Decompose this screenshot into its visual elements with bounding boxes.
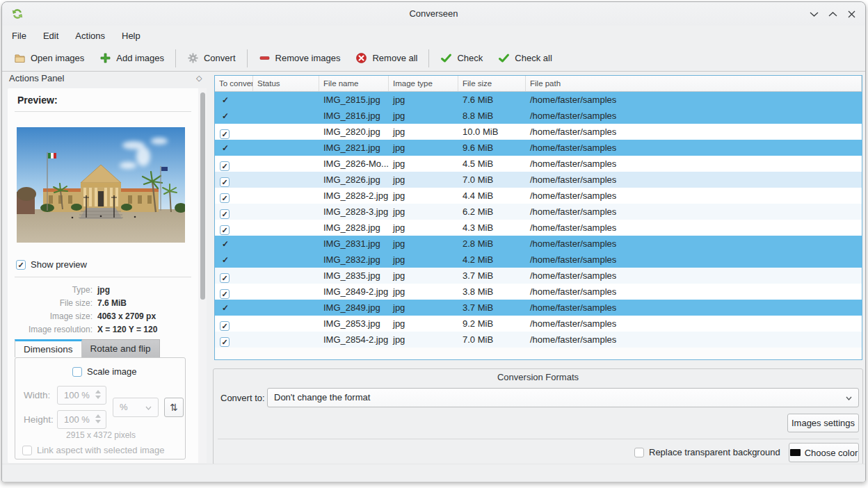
cell-file-path: /home/faster/samples <box>526 252 862 268</box>
height-label: Height: <box>24 414 54 425</box>
row-checkbox[interactable]: ✓ <box>220 321 230 331</box>
check-button[interactable]: Check <box>433 48 490 69</box>
cell-file-path: /home/faster/samples <box>526 188 862 204</box>
width-spinner: 100 % <box>57 386 106 405</box>
color-swatch-icon <box>790 449 801 456</box>
cell-file-path: /home/faster/samples <box>526 268 862 284</box>
table-row[interactable]: ✓IMG_2815.jpgjpg7.6 MiB/home/faster/samp… <box>215 92 862 108</box>
toolbar-separator <box>175 49 176 67</box>
table-row[interactable]: ✓IMG_2832.jpgjpg4.2 MiB/home/faster/samp… <box>215 252 862 268</box>
cell-file-size: 3.7 MiB <box>458 300 526 316</box>
check-all-button[interactable]: Check all <box>490 48 559 69</box>
info-image-size: Image size: 4063 x 2709 px <box>8 311 195 325</box>
column-header-file-path[interactable]: File path <box>526 76 862 91</box>
table-row[interactable]: ✓IMG_2849-2.jpgjpg3.8 MiB/home/faster/sa… <box>215 284 862 300</box>
checkmark-icon: ✓ <box>222 303 229 313</box>
images-settings-button[interactable]: Images settings <box>787 414 859 432</box>
preview-image <box>17 127 185 243</box>
cell-file-size: 7.0 MiB <box>458 332 526 348</box>
table-row[interactable]: ✓IMG_2853.jpgjpg9.2 MiB/home/faster/samp… <box>215 316 862 332</box>
cell-to-convert: ✓ <box>215 204 253 220</box>
row-checkbox[interactable]: ✓ <box>220 193 230 203</box>
remove-images-button[interactable]: Remove images <box>251 48 348 69</box>
scrollbar-handle[interactable] <box>200 92 205 300</box>
remove-all-button[interactable]: Remove all <box>348 48 425 69</box>
choose-color-button[interactable]: Choose color <box>789 443 859 462</box>
row-checkbox[interactable]: ✓ <box>220 177 230 187</box>
table-row[interactable]: ✓IMG_2820.jpgjpg10.0 MiB/home/faster/sam… <box>215 124 862 140</box>
add-images-label: Add images <box>116 53 164 63</box>
open-images-button[interactable]: Open images <box>6 48 92 69</box>
format-combobox[interactable]: Don't change the format <box>267 388 859 407</box>
column-header-file-size[interactable]: File size <box>458 76 526 91</box>
cell-file-name: IMG_2821.jpg <box>319 140 389 156</box>
maximize-button[interactable] <box>827 8 838 19</box>
divider <box>15 277 191 277</box>
column-header-status[interactable]: Status <box>253 76 319 91</box>
table-row[interactable]: ✓IMG_2826.jpgjpg7.0 MiB/home/faster/samp… <box>215 172 862 188</box>
table-row[interactable]: ✓IMG_2821.jpgjpg9.6 MiB/home/faster/samp… <box>215 140 862 156</box>
row-checkbox[interactable]: ✓ <box>220 225 230 235</box>
menu-file[interactable]: File <box>12 31 26 41</box>
show-preview-checkbox[interactable]: ✓ Show preview <box>16 259 87 270</box>
table-row[interactable]: ✓IMG_2835.jpgjpg3.7 MiB/home/faster/samp… <box>215 268 862 284</box>
unit-value: % <box>120 402 128 412</box>
reset-size-button[interactable]: ⇅ <box>164 398 184 417</box>
row-checkbox[interactable]: ✓ <box>220 273 230 283</box>
chevron-up-icon <box>95 414 101 418</box>
replace-background-checkbox[interactable]: ✓ Replace transparent background <box>634 447 780 457</box>
cell-to-convert: ✓ <box>215 140 253 156</box>
table-row[interactable]: ✓IMG_2816.jpgjpg8.8 MiB/home/faster/samp… <box>215 108 862 124</box>
table-row[interactable]: ✓IMG_2849.jpgjpg3.7 MiB/home/faster/samp… <box>215 300 862 316</box>
file-size-label: File size: <box>8 298 93 308</box>
info-type: Type: jpg <box>8 285 195 298</box>
table-row[interactable]: ✓IMG_2828.jpgjpg4.3 MiB/home/faster/samp… <box>215 220 862 236</box>
minimize-button[interactable] <box>808 8 819 19</box>
column-header-to-convert[interactable]: To convert <box>215 76 253 91</box>
row-checkbox[interactable]: ✓ <box>220 161 230 171</box>
cell-image-type: jpg <box>389 220 458 236</box>
cell-file-path: /home/faster/samples <box>526 140 862 156</box>
cell-image-type: jpg <box>389 252 458 268</box>
cell-file-size: 6.2 MiB <box>458 204 526 220</box>
checkbox-disabled-icon: ✓ <box>22 446 32 455</box>
table-row[interactable]: ✓IMG_2828-2.jpgjpg4.4 MiB/home/faster/sa… <box>215 188 862 204</box>
images-settings-label: Images settings <box>791 418 855 428</box>
dock-float-icon[interactable]: ◇ <box>196 74 202 83</box>
menu-edit[interactable]: Edit <box>43 31 58 41</box>
column-header-file-name[interactable]: File name <box>319 76 389 91</box>
cell-status <box>253 236 319 252</box>
row-checkbox[interactable]: ✓ <box>220 129 230 139</box>
table-row[interactable]: ✓IMG_2828-3.jpgjpg6.2 MiB/home/faster/sa… <box>215 204 862 220</box>
panel-scrollbar[interactable] <box>198 88 207 463</box>
cell-file-name: IMG_2849.jpg <box>319 300 389 316</box>
table-row[interactable]: ✓IMG_2831.jpgjpg2.8 MiB/home/faster/samp… <box>215 236 862 252</box>
cell-file-name: IMG_2854-2.jpg <box>319 332 389 348</box>
row-checkbox[interactable]: ✓ <box>220 209 230 219</box>
table-row[interactable]: ✓IMG_2854-2.jpgjpg7.0 MiB/home/faster/sa… <box>215 332 862 348</box>
row-checkbox[interactable]: ✓ <box>220 289 230 299</box>
panel-tabs: Dimensions Rotate and flip <box>15 339 160 357</box>
type-label: Type: <box>8 285 93 295</box>
menu-help[interactable]: Help <box>122 31 140 41</box>
resolution-label: Image resolution: <box>8 325 93 334</box>
menu-actions[interactable]: Actions <box>75 31 105 41</box>
cell-image-type: jpg <box>389 124 458 140</box>
tab-rotate-and-flip[interactable]: Rotate and flip <box>82 339 160 357</box>
title-bar[interactable]: Converseen <box>2 2 865 26</box>
close-button[interactable] <box>846 8 857 19</box>
cell-file-size: 8.8 MiB <box>458 108 526 124</box>
cell-file-name: IMG_2828-3.jpg <box>319 204 389 220</box>
scale-image-checkbox[interactable]: ✓ Scale image <box>72 366 137 377</box>
cell-image-type: jpg <box>389 92 458 108</box>
add-images-button[interactable]: Add images <box>92 48 172 69</box>
column-header-image-type[interactable]: Image type <box>389 76 458 91</box>
tab-dimensions[interactable]: Dimensions <box>15 339 82 357</box>
table-row[interactable]: ✓IMG_2826-Mo...jpg4.5 MiB/home/faster/sa… <box>215 156 862 172</box>
row-checkbox[interactable]: ✓ <box>220 337 230 347</box>
toolbar: Open images Add images <box>2 45 865 72</box>
actions-panel-title: Actions Panel <box>9 73 65 83</box>
cell-status <box>253 268 319 284</box>
convert-button[interactable]: Convert <box>179 48 243 69</box>
resolution-value: X = 120 Y = 120 <box>97 325 157 334</box>
